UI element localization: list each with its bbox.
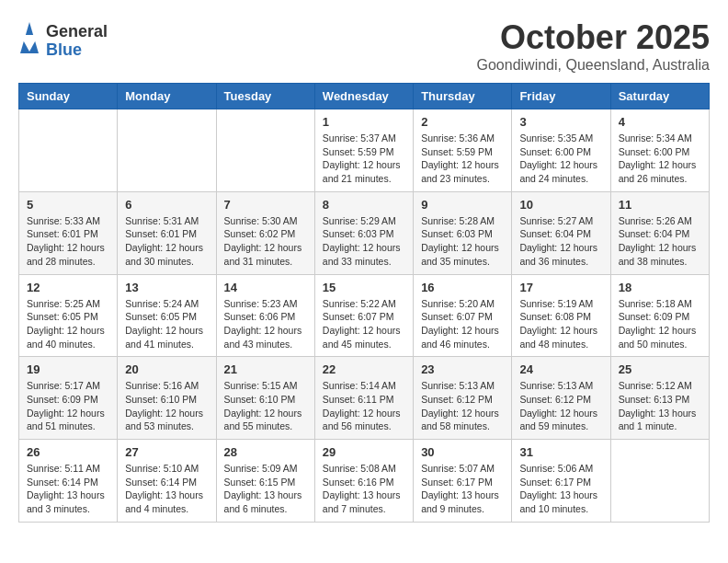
- col-saturday: Saturday: [610, 84, 709, 109]
- day-info: Sunrise: 5:11 AMSunset: 6:14 PMDaylight:…: [27, 462, 109, 516]
- day-info: Sunrise: 5:25 AMSunset: 6:05 PMDaylight:…: [27, 297, 109, 351]
- cell-w1-d1: [19, 109, 118, 192]
- day-info: Sunrise: 5:23 AMSunset: 6:06 PMDaylight:…: [224, 297, 307, 351]
- week-row-3: 12Sunrise: 5:25 AMSunset: 6:05 PMDayligh…: [19, 274, 710, 357]
- day-info: Sunrise: 5:18 AMSunset: 6:09 PMDaylight:…: [619, 297, 701, 351]
- cell-w1-d7: 4Sunrise: 5:34 AMSunset: 6:00 PMDaylight…: [610, 109, 709, 192]
- cell-w2-d2: 6Sunrise: 5:31 AMSunset: 6:01 PMDaylight…: [118, 191, 216, 274]
- day-info: Sunrise: 5:36 AMSunset: 5:59 PMDaylight:…: [421, 132, 504, 186]
- day-number: 10: [519, 198, 602, 212]
- cell-w5-d1: 26Sunrise: 5:11 AMSunset: 6:14 PMDayligh…: [19, 440, 118, 523]
- day-info: Sunrise: 5:07 AMSunset: 6:17 PMDaylight:…: [421, 462, 504, 516]
- location-subtitle: Goondiwindi, Queensland, Australia: [477, 57, 711, 74]
- day-number: 17: [519, 281, 602, 294]
- day-number: 13: [125, 281, 208, 294]
- day-number: 19: [27, 362, 109, 376]
- day-number: 31: [519, 445, 602, 459]
- day-info: Sunrise: 5:24 AMSunset: 6:05 PMDaylight:…: [125, 297, 208, 351]
- day-info: Sunrise: 5:08 AMSunset: 6:16 PMDaylight:…: [323, 462, 405, 516]
- day-info: Sunrise: 5:20 AMSunset: 6:07 PMDaylight:…: [421, 297, 504, 351]
- day-number: 26: [27, 445, 109, 459]
- day-number: 29: [323, 445, 405, 459]
- cell-w4-d7: 25Sunrise: 5:12 AMSunset: 6:13 PMDayligh…: [610, 357, 709, 440]
- cell-w5-d5: 30Sunrise: 5:07 AMSunset: 6:17 PMDayligh…: [414, 440, 512, 523]
- day-number: 28: [224, 445, 307, 459]
- week-row-2: 5Sunrise: 5:33 AMSunset: 6:01 PMDaylight…: [19, 191, 710, 274]
- cell-w5-d2: 27Sunrise: 5:10 AMSunset: 6:14 PMDayligh…: [118, 440, 216, 523]
- day-number: 30: [421, 445, 504, 459]
- day-info: Sunrise: 5:35 AMSunset: 6:00 PMDaylight:…: [519, 132, 602, 186]
- day-info: Sunrise: 5:29 AMSunset: 6:03 PMDaylight:…: [323, 214, 405, 269]
- day-info: Sunrise: 5:15 AMSunset: 6:10 PMDaylight:…: [224, 379, 307, 433]
- cell-w1-d4: 1Sunrise: 5:37 AMSunset: 5:59 PMDaylight…: [314, 109, 413, 192]
- day-info: Sunrise: 5:13 AMSunset: 6:12 PMDaylight:…: [421, 379, 504, 433]
- day-number: 21: [224, 362, 307, 376]
- cell-w4-d2: 20Sunrise: 5:16 AMSunset: 6:10 PMDayligh…: [118, 357, 216, 440]
- day-number: 18: [619, 281, 701, 294]
- day-number: 23: [421, 362, 504, 376]
- day-number: 9: [421, 198, 504, 212]
- cell-w5-d3: 28Sunrise: 5:09 AMSunset: 6:15 PMDayligh…: [216, 440, 314, 523]
- logo-full: General Blue: [18, 18, 138, 59]
- day-number: 20: [125, 362, 208, 376]
- cell-w3-d7: 18Sunrise: 5:18 AMSunset: 6:09 PMDayligh…: [610, 274, 709, 357]
- cell-w2-d3: 7Sunrise: 5:30 AMSunset: 6:02 PMDaylight…: [216, 191, 314, 274]
- day-info: Sunrise: 5:06 AMSunset: 6:17 PMDaylight:…: [519, 462, 602, 516]
- day-number: 7: [224, 198, 307, 212]
- cell-w2-d7: 11Sunrise: 5:26 AMSunset: 6:04 PMDayligh…: [610, 191, 709, 274]
- day-info: Sunrise: 5:12 AMSunset: 6:13 PMDaylight:…: [619, 379, 701, 433]
- col-monday: Monday: [118, 84, 216, 109]
- day-number: 3: [519, 115, 602, 129]
- day-number: 5: [27, 198, 109, 212]
- day-info: Sunrise: 5:33 AMSunset: 6:01 PMDaylight:…: [27, 214, 109, 269]
- calendar-header-row: Sunday Monday Tuesday Wednesday Thursday…: [19, 84, 710, 109]
- cell-w3-d2: 13Sunrise: 5:24 AMSunset: 6:05 PMDayligh…: [118, 274, 216, 357]
- week-row-1: 1Sunrise: 5:37 AMSunset: 5:59 PMDaylight…: [19, 109, 710, 192]
- cell-w3-d1: 12Sunrise: 5:25 AMSunset: 6:05 PMDayligh…: [19, 274, 118, 357]
- day-number: 1: [323, 115, 405, 129]
- cell-w5-d4: 29Sunrise: 5:08 AMSunset: 6:16 PMDayligh…: [314, 440, 413, 523]
- cell-w2-d4: 8Sunrise: 5:29 AMSunset: 6:03 PMDaylight…: [314, 191, 413, 274]
- day-number: 4: [619, 115, 701, 129]
- col-thursday: Thursday: [414, 84, 512, 109]
- day-info: Sunrise: 5:10 AMSunset: 6:14 PMDaylight:…: [125, 462, 208, 516]
- cell-w2-d6: 10Sunrise: 5:27 AMSunset: 6:04 PMDayligh…: [512, 191, 610, 274]
- day-number: 12: [27, 281, 109, 294]
- month-year-title: October 2025: [477, 18, 711, 57]
- day-info: Sunrise: 5:13 AMSunset: 6:12 PMDaylight:…: [519, 379, 602, 433]
- cell-w4-d5: 23Sunrise: 5:13 AMSunset: 6:12 PMDayligh…: [414, 357, 512, 440]
- col-tuesday: Tuesday: [216, 84, 314, 109]
- day-number: 6: [125, 198, 208, 212]
- day-info: Sunrise: 5:16 AMSunset: 6:10 PMDaylight:…: [125, 379, 208, 433]
- svg-text:General: General: [46, 22, 108, 40]
- logo-container: General Blue: [18, 18, 138, 59]
- day-info: Sunrise: 5:31 AMSunset: 6:01 PMDaylight:…: [125, 214, 208, 269]
- day-info: Sunrise: 5:22 AMSunset: 6:07 PMDaylight:…: [323, 297, 405, 351]
- day-number: 15: [323, 281, 405, 294]
- cell-w4-d3: 21Sunrise: 5:15 AMSunset: 6:10 PMDayligh…: [216, 357, 314, 440]
- day-info: Sunrise: 5:19 AMSunset: 6:08 PMDaylight:…: [519, 297, 602, 351]
- day-number: 25: [619, 362, 701, 376]
- svg-text:Blue: Blue: [46, 40, 82, 59]
- cell-w4-d6: 24Sunrise: 5:13 AMSunset: 6:12 PMDayligh…: [512, 357, 610, 440]
- day-number: 2: [421, 115, 504, 129]
- week-row-5: 26Sunrise: 5:11 AMSunset: 6:14 PMDayligh…: [19, 440, 710, 523]
- cell-w3-d6: 17Sunrise: 5:19 AMSunset: 6:08 PMDayligh…: [512, 274, 610, 357]
- day-info: Sunrise: 5:30 AMSunset: 6:02 PMDaylight:…: [224, 214, 307, 269]
- day-number: 27: [125, 445, 208, 459]
- day-info: Sunrise: 5:17 AMSunset: 6:09 PMDaylight:…: [27, 379, 109, 433]
- day-number: 8: [323, 198, 405, 212]
- cell-w4-d1: 19Sunrise: 5:17 AMSunset: 6:09 PMDayligh…: [19, 357, 118, 440]
- week-row-4: 19Sunrise: 5:17 AMSunset: 6:09 PMDayligh…: [19, 357, 710, 440]
- day-number: 14: [224, 281, 307, 294]
- day-number: 24: [519, 362, 602, 376]
- day-number: 11: [619, 198, 701, 212]
- title-section: October 2025 Goondiwindi, Queensland, Au…: [477, 18, 711, 74]
- cell-w3-d4: 15Sunrise: 5:22 AMSunset: 6:07 PMDayligh…: [314, 274, 413, 357]
- cell-w3-d5: 16Sunrise: 5:20 AMSunset: 6:07 PMDayligh…: [414, 274, 512, 357]
- cell-w5-d7: [610, 440, 709, 523]
- day-number: 22: [323, 362, 405, 376]
- cell-w1-d5: 2Sunrise: 5:36 AMSunset: 5:59 PMDaylight…: [414, 109, 512, 192]
- day-info: Sunrise: 5:37 AMSunset: 5:59 PMDaylight:…: [323, 132, 405, 186]
- day-info: Sunrise: 5:26 AMSunset: 6:04 PMDaylight:…: [619, 214, 701, 269]
